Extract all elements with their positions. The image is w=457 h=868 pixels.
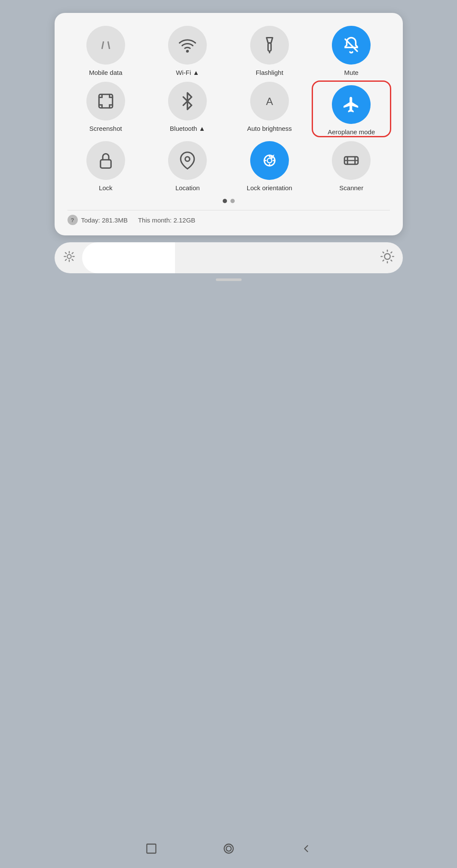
svg-rect-34 — [147, 844, 156, 853]
auto-brightness-label: Auto brightness — [247, 125, 292, 133]
lock-circle — [86, 141, 125, 180]
month-usage: This month: 2.12GB — [138, 216, 195, 224]
location-label: Location — [175, 184, 200, 192]
nav-back-button[interactable] — [298, 840, 315, 857]
scanner-label: Scanner — [339, 184, 363, 192]
flashlight-label: Flashlight — [256, 69, 283, 77]
tile-lock-orientation[interactable]: Lock orientation — [231, 141, 308, 192]
svg-line-23 — [65, 259, 66, 260]
tile-flashlight[interactable]: Flashlight — [231, 26, 308, 77]
svg-line-0 — [102, 41, 104, 49]
brightness-low-icon — [63, 250, 75, 266]
data-usage: ? Today: 281.3MB This month: 2.12GB — [67, 210, 390, 227]
svg-point-16 — [67, 254, 71, 258]
data-usage-icon: ? — [67, 215, 78, 225]
tile-location[interactable]: Location — [149, 141, 226, 192]
svg-point-25 — [384, 253, 390, 259]
location-circle — [168, 141, 207, 180]
screenshot-circle — [86, 82, 125, 120]
today-usage: Today: 281.3MB — [81, 216, 128, 224]
bluetooth-label: Bluetooth ▲ — [170, 125, 205, 133]
svg-line-28 — [383, 252, 383, 253]
nav-square-button[interactable] — [143, 840, 160, 857]
tiles-grid: Mobile data Wi-Fi ▲ — [67, 26, 390, 192]
tile-wifi[interactable]: Wi-Fi ▲ — [149, 26, 226, 77]
tile-bluetooth[interactable]: Bluetooth ▲ — [149, 82, 226, 136]
bottom-area — [0, 281, 457, 868]
tile-mobile-data[interactable]: Mobile data — [67, 26, 144, 77]
svg-line-32 — [383, 260, 383, 261]
svg-point-11 — [267, 158, 272, 163]
tile-auto-brightness[interactable]: A Auto brightness — [231, 82, 308, 136]
auto-brightness-circle: A — [250, 82, 289, 120]
tile-scanner[interactable]: Scanner — [313, 141, 390, 192]
mobile-data-circle — [86, 26, 125, 65]
svg-point-9 — [185, 157, 190, 161]
svg-rect-8 — [101, 160, 111, 168]
wifi-circle — [168, 26, 207, 65]
svg-line-24 — [72, 252, 73, 253]
page-dot-2 — [230, 199, 235, 203]
svg-line-20 — [72, 259, 73, 260]
svg-line-29 — [391, 260, 392, 261]
lock-orientation-circle — [250, 141, 289, 180]
svg-point-35 — [224, 844, 233, 853]
lock-orientation-label: Lock orientation — [247, 184, 292, 192]
nav-home-button[interactable] — [220, 840, 237, 857]
page-dot-1 — [223, 199, 227, 203]
wifi-label: Wi-Fi ▲ — [176, 69, 199, 77]
tile-lock[interactable]: Lock — [67, 141, 144, 192]
bluetooth-circle — [168, 82, 207, 120]
brightness-high-icon — [380, 250, 394, 266]
tile-mute[interactable]: Mute — [313, 26, 390, 77]
brightness-bar[interactable] — [55, 242, 403, 273]
svg-line-19 — [65, 252, 66, 253]
quick-settings-panel: Mobile data Wi-Fi ▲ — [55, 13, 403, 235]
svg-line-33 — [391, 252, 392, 253]
svg-line-1 — [108, 41, 110, 49]
brightness-fill — [82, 242, 175, 273]
svg-rect-3 — [268, 43, 271, 51]
tile-screenshot[interactable]: Screenshot — [67, 82, 144, 136]
page-dots — [67, 199, 390, 203]
lock-label: Lock — [99, 184, 113, 192]
svg-text:A: A — [266, 96, 273, 107]
mute-label: Mute — [344, 69, 359, 77]
tile-aeroplane-mode[interactable]: Aeroplane mode — [313, 82, 390, 136]
svg-point-36 — [226, 846, 231, 851]
svg-rect-6 — [99, 94, 113, 108]
aeroplane-circle — [332, 85, 371, 124]
svg-point-2 — [187, 50, 189, 52]
nav-bar — [0, 829, 457, 868]
mobile-data-label: Mobile data — [89, 69, 123, 77]
flashlight-circle — [250, 26, 289, 65]
aeroplane-label: Aeroplane mode — [328, 128, 375, 136]
brightness-track[interactable] — [82, 242, 374, 273]
scanner-circle — [332, 141, 371, 180]
screenshot-label: Screenshot — [89, 125, 122, 133]
mute-circle — [332, 26, 371, 65]
